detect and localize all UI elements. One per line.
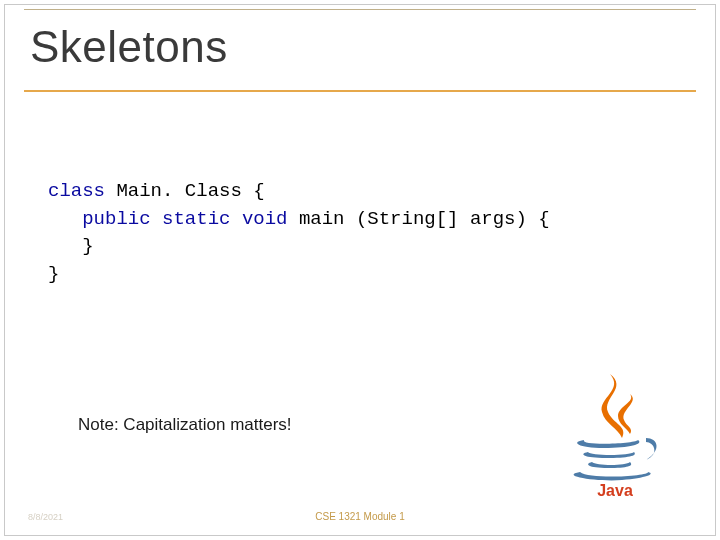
- java-logo-icon: Java: [550, 368, 680, 498]
- keyword-static: static: [162, 208, 230, 230]
- code-text: Main. Class {: [105, 180, 265, 202]
- java-wordmark: Java: [597, 482, 633, 498]
- code-space: [230, 208, 241, 230]
- code-space: [151, 208, 162, 230]
- footer-course: CSE 1321 Module 1: [0, 511, 720, 522]
- note-text: Note: Capitalization matters!: [78, 415, 292, 435]
- keyword-class: class: [48, 180, 105, 202]
- code-block: class Main. Class { public static void m…: [48, 178, 550, 288]
- keyword-public: public: [82, 208, 150, 230]
- code-text: }: [48, 263, 59, 285]
- top-rule: [24, 9, 696, 10]
- code-text: }: [48, 235, 94, 257]
- keyword-void: void: [242, 208, 288, 230]
- code-text: main (String[] args) {: [287, 208, 549, 230]
- page-title: Skeletons: [30, 22, 228, 72]
- code-indent: [48, 208, 82, 230]
- accent-rule: [24, 90, 696, 92]
